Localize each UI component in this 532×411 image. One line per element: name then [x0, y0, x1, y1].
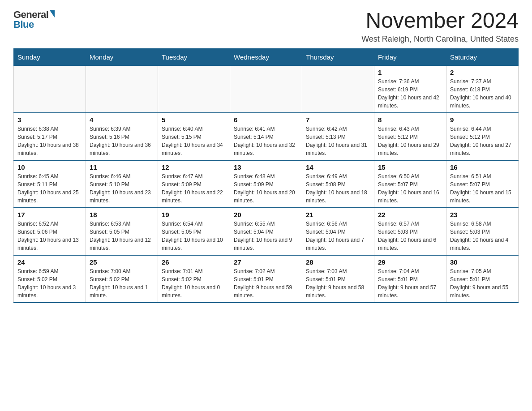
- day-info: Sunrise: 6:56 AMSunset: 5:04 PMDaylight:…: [306, 220, 370, 252]
- calendar-cell: 14Sunrise: 6:49 AMSunset: 5:08 PMDayligh…: [302, 160, 374, 208]
- calendar-cell: 17Sunrise: 6:52 AMSunset: 5:06 PMDayligh…: [14, 208, 86, 255]
- calendar-cell: 30Sunrise: 7:05 AMSunset: 5:01 PMDayligh…: [446, 255, 519, 303]
- header-day-tuesday: Tuesday: [158, 48, 230, 65]
- day-info: Sunrise: 6:52 AMSunset: 5:06 PMDaylight:…: [17, 220, 82, 252]
- header-day-wednesday: Wednesday: [230, 48, 302, 65]
- title-area: November 2024 West Raleigh, North Caroli…: [361, 9, 519, 44]
- header-day-friday: Friday: [374, 48, 446, 65]
- day-info: Sunrise: 6:59 AMSunset: 5:02 PMDaylight:…: [17, 267, 82, 300]
- day-number: 27: [234, 258, 298, 266]
- day-number: 16: [450, 163, 515, 171]
- week-row-3: 10Sunrise: 6:45 AMSunset: 5:11 PMDayligh…: [14, 160, 519, 208]
- day-info: Sunrise: 6:40 AMSunset: 5:15 PMDaylight:…: [162, 125, 226, 157]
- day-info: Sunrise: 7:36 AMSunset: 6:19 PMDaylight:…: [378, 77, 442, 110]
- day-info: Sunrise: 6:38 AMSunset: 5:17 PMDaylight:…: [17, 125, 82, 157]
- calendar-body: 1Sunrise: 7:36 AMSunset: 6:19 PMDaylight…: [14, 65, 519, 303]
- calendar-cell: 25Sunrise: 7:00 AMSunset: 5:02 PMDayligh…: [86, 255, 158, 303]
- header-day-monday: Monday: [86, 48, 158, 65]
- day-number: 30: [450, 258, 515, 266]
- day-info: Sunrise: 7:02 AMSunset: 5:01 PMDaylight:…: [234, 267, 298, 300]
- day-info: Sunrise: 6:42 AMSunset: 5:13 PMDaylight:…: [306, 125, 370, 157]
- calendar-cell: 23Sunrise: 6:58 AMSunset: 5:03 PMDayligh…: [446, 208, 519, 255]
- day-number: 19: [162, 211, 226, 218]
- day-number: 8: [378, 116, 442, 124]
- calendar-cell: 29Sunrise: 7:04 AMSunset: 5:01 PMDayligh…: [374, 255, 446, 303]
- day-number: 6: [234, 116, 298, 124]
- day-info: Sunrise: 6:51 AMSunset: 5:07 PMDaylight:…: [450, 172, 515, 205]
- calendar-cell: 1Sunrise: 7:36 AMSunset: 6:19 PMDaylight…: [374, 65, 446, 113]
- calendar-cell: 21Sunrise: 6:56 AMSunset: 5:04 PMDayligh…: [302, 208, 374, 255]
- logo: General Blue: [13, 9, 55, 30]
- calendar-cell: 2Sunrise: 7:37 AMSunset: 6:18 PMDaylight…: [446, 65, 519, 113]
- calendar-cell: [86, 65, 158, 113]
- calendar-cell: [302, 65, 374, 113]
- calendar-cell: 18Sunrise: 6:53 AMSunset: 5:05 PMDayligh…: [86, 208, 158, 255]
- day-number: 25: [90, 258, 154, 266]
- day-info: Sunrise: 6:58 AMSunset: 5:03 PMDaylight:…: [450, 220, 515, 252]
- day-number: 2: [450, 68, 515, 76]
- day-number: 3: [17, 116, 82, 124]
- day-number: 22: [378, 211, 442, 218]
- week-row-2: 3Sunrise: 6:38 AMSunset: 5:17 PMDaylight…: [14, 113, 519, 160]
- day-info: Sunrise: 7:00 AMSunset: 5:02 PMDaylight:…: [90, 267, 154, 300]
- day-number: 17: [17, 211, 82, 218]
- day-number: 24: [17, 258, 82, 266]
- day-number: 11: [90, 163, 154, 171]
- calendar-cell: [14, 65, 86, 113]
- day-number: 13: [234, 163, 298, 171]
- calendar-cell: 27Sunrise: 7:02 AMSunset: 5:01 PMDayligh…: [230, 255, 302, 303]
- calendar-cell: 24Sunrise: 6:59 AMSunset: 5:02 PMDayligh…: [14, 255, 86, 303]
- calendar-cell: 4Sunrise: 6:39 AMSunset: 5:16 PMDaylight…: [86, 113, 158, 160]
- day-number: 15: [378, 163, 442, 171]
- day-info: Sunrise: 6:48 AMSunset: 5:09 PMDaylight:…: [234, 172, 298, 205]
- calendar-cell: [230, 65, 302, 113]
- calendar-cell: 20Sunrise: 6:55 AMSunset: 5:04 PMDayligh…: [230, 208, 302, 255]
- calendar-cell: 6Sunrise: 6:41 AMSunset: 5:14 PMDaylight…: [230, 113, 302, 160]
- day-info: Sunrise: 6:50 AMSunset: 5:07 PMDaylight:…: [378, 172, 442, 205]
- week-row-4: 17Sunrise: 6:52 AMSunset: 5:06 PMDayligh…: [14, 208, 519, 255]
- calendar-cell: 11Sunrise: 6:46 AMSunset: 5:10 PMDayligh…: [86, 160, 158, 208]
- calendar-cell: 22Sunrise: 6:57 AMSunset: 5:03 PMDayligh…: [374, 208, 446, 255]
- day-info: Sunrise: 7:03 AMSunset: 5:01 PMDaylight:…: [306, 267, 370, 300]
- day-info: Sunrise: 6:53 AMSunset: 5:05 PMDaylight:…: [90, 220, 154, 252]
- week-row-5: 24Sunrise: 6:59 AMSunset: 5:02 PMDayligh…: [14, 255, 519, 303]
- day-number: 4: [90, 116, 154, 124]
- day-number: 23: [450, 211, 515, 218]
- day-info: Sunrise: 6:54 AMSunset: 5:05 PMDaylight:…: [162, 220, 226, 252]
- calendar-cell: 28Sunrise: 7:03 AMSunset: 5:01 PMDayligh…: [302, 255, 374, 303]
- month-title: November 2024: [361, 9, 519, 33]
- calendar-table: SundayMondayTuesdayWednesdayThursdayFrid…: [13, 48, 519, 303]
- day-info: Sunrise: 7:04 AMSunset: 5:01 PMDaylight:…: [378, 267, 442, 300]
- day-info: Sunrise: 6:49 AMSunset: 5:08 PMDaylight:…: [306, 172, 370, 205]
- day-info: Sunrise: 6:55 AMSunset: 5:04 PMDaylight:…: [234, 220, 298, 252]
- day-info: Sunrise: 6:57 AMSunset: 5:03 PMDaylight:…: [378, 220, 442, 252]
- day-number: 28: [306, 258, 370, 266]
- day-number: 9: [450, 116, 515, 124]
- calendar-cell: 5Sunrise: 6:40 AMSunset: 5:15 PMDaylight…: [158, 113, 230, 160]
- day-info: Sunrise: 7:01 AMSunset: 5:02 PMDaylight:…: [162, 267, 226, 300]
- day-info: Sunrise: 6:39 AMSunset: 5:16 PMDaylight:…: [90, 125, 154, 157]
- day-number: 29: [378, 258, 442, 266]
- day-info: Sunrise: 7:05 AMSunset: 5:01 PMDaylight:…: [450, 267, 515, 300]
- day-number: 7: [306, 116, 370, 124]
- calendar-cell: 19Sunrise: 6:54 AMSunset: 5:05 PMDayligh…: [158, 208, 230, 255]
- day-number: 10: [17, 163, 82, 171]
- calendar-cell: 9Sunrise: 6:44 AMSunset: 5:12 PMDaylight…: [446, 113, 519, 160]
- day-number: 12: [162, 163, 226, 171]
- calendar-cell: 15Sunrise: 6:50 AMSunset: 5:07 PMDayligh…: [374, 160, 446, 208]
- calendar-cell: 13Sunrise: 6:48 AMSunset: 5:09 PMDayligh…: [230, 160, 302, 208]
- header: General Blue November 2024 West Raleigh,…: [13, 9, 519, 44]
- day-info: Sunrise: 7:37 AMSunset: 6:18 PMDaylight:…: [450, 77, 515, 110]
- calendar-cell: 10Sunrise: 6:45 AMSunset: 5:11 PMDayligh…: [14, 160, 86, 208]
- logo-blue-text: Blue: [13, 19, 34, 30]
- calendar-cell: 16Sunrise: 6:51 AMSunset: 5:07 PMDayligh…: [446, 160, 519, 208]
- day-info: Sunrise: 6:45 AMSunset: 5:11 PMDaylight:…: [17, 172, 82, 205]
- day-number: 18: [90, 211, 154, 218]
- day-number: 5: [162, 116, 226, 124]
- header-row: SundayMondayTuesdayWednesdayThursdayFrid…: [14, 48, 519, 65]
- calendar-cell: 7Sunrise: 6:42 AMSunset: 5:13 PMDaylight…: [302, 113, 374, 160]
- day-number: 20: [234, 211, 298, 218]
- day-number: 1: [378, 68, 442, 76]
- calendar-cell: 12Sunrise: 6:47 AMSunset: 5:09 PMDayligh…: [158, 160, 230, 208]
- calendar-header: SundayMondayTuesdayWednesdayThursdayFrid…: [14, 48, 519, 65]
